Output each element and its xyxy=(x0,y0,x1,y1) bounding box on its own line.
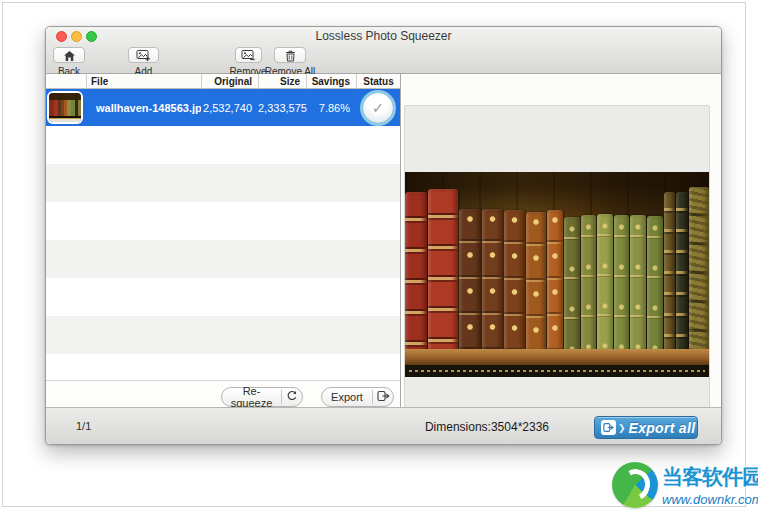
remove-button[interactable] xyxy=(235,47,262,63)
logo-swoosh xyxy=(616,465,654,505)
file-savings: 7.86% xyxy=(306,102,356,114)
export-all-icon xyxy=(601,420,616,435)
content-area: File Original Size Size Savings Status w… xyxy=(46,74,721,407)
downkr-logo-icon xyxy=(612,462,658,508)
file-name: wallhaven-148563.jpg xyxy=(86,102,201,114)
book-spine xyxy=(630,215,646,351)
book-spine xyxy=(614,215,629,351)
export-label: Export xyxy=(322,391,372,403)
column-size[interactable]: Size xyxy=(258,74,306,89)
preview-photo xyxy=(405,172,709,377)
column-status[interactable]: Status xyxy=(356,74,400,89)
photo-shelf-base xyxy=(405,365,709,377)
column-thumbnail xyxy=(46,74,86,89)
home-icon xyxy=(63,46,76,63)
book-spine xyxy=(526,212,546,351)
photo-gold-trim xyxy=(409,370,705,372)
add-button[interactable] xyxy=(128,47,159,63)
list-header: File Original Size Size Savings Status xyxy=(46,74,400,89)
column-original-size[interactable]: Original Size xyxy=(201,74,258,89)
file-size: 2,333,575 xyxy=(258,102,306,114)
export-button[interactable]: Export xyxy=(321,387,394,407)
back-button[interactable] xyxy=(53,47,85,63)
export-all-label: Export all xyxy=(629,420,696,436)
file-list-panel: File Original Size Size Savings Status w… xyxy=(46,74,401,407)
remove-image-icon xyxy=(241,46,256,63)
column-savings[interactable]: Savings xyxy=(306,74,356,89)
status-check-badge: ✓ xyxy=(363,93,393,123)
preview-panel: 11% xyxy=(402,74,721,407)
book-spine xyxy=(564,217,580,351)
title-bar: Lossless Photo Squeezer xyxy=(46,27,721,43)
trash-icon xyxy=(285,46,296,63)
resqueeze-label: Re-squeeze xyxy=(222,385,281,409)
file-thumbnail xyxy=(49,93,81,122)
list-actions-bar: Re-squeeze Export xyxy=(46,380,400,407)
book-spine xyxy=(664,192,675,351)
book-spine xyxy=(428,189,458,351)
watermark: 当客软件园 www.downkr.com xyxy=(610,460,758,510)
window-title: Lossless Photo Squeezer xyxy=(46,29,721,43)
column-file[interactable]: File xyxy=(86,74,201,89)
status-bar: 1/1 Dimensions:3504*2336 ❯ Export all xyxy=(46,407,721,444)
file-list[interactable]: wallhaven-148563.jpg 2,532,740 2,333,575… xyxy=(46,89,400,380)
book-spine xyxy=(482,209,503,351)
toolbar: Back Add xyxy=(46,43,721,74)
add-image-icon xyxy=(136,46,151,63)
preview-canvas: 11% xyxy=(404,105,710,435)
book-spine xyxy=(504,210,525,351)
table-row[interactable]: wallhaven-148563.jpg 2,532,740 2,333,575… xyxy=(46,89,400,126)
book-spine xyxy=(581,215,596,351)
file-original-size: 2,532,740 xyxy=(201,102,258,114)
remove-all-button[interactable] xyxy=(274,47,306,63)
book-spine xyxy=(676,192,688,351)
resqueeze-button[interactable]: Re-squeeze xyxy=(221,387,303,407)
chevron-right-icon: ❯ xyxy=(618,423,626,433)
book-spine xyxy=(689,187,709,351)
book-spine xyxy=(405,192,427,351)
book-spine xyxy=(459,209,481,351)
watermark-site-name: 当客软件园 xyxy=(662,463,758,491)
empty-rows-stripes xyxy=(46,126,400,380)
export-icon xyxy=(373,390,393,404)
export-all-button[interactable]: ❯ Export all xyxy=(594,416,698,439)
book-spine xyxy=(547,210,563,351)
dimensions-readout: Dimensions:3504*2336 xyxy=(425,420,549,434)
refresh-icon xyxy=(282,390,302,404)
watermark-site-url: www.downkr.com xyxy=(662,492,758,507)
app-window: Lossless Photo Squeezer Back xyxy=(45,26,722,445)
photo-shelf xyxy=(405,349,709,365)
book-spine xyxy=(647,216,663,351)
page-indicator: 1/1 xyxy=(76,420,91,432)
book-spine xyxy=(597,214,613,351)
